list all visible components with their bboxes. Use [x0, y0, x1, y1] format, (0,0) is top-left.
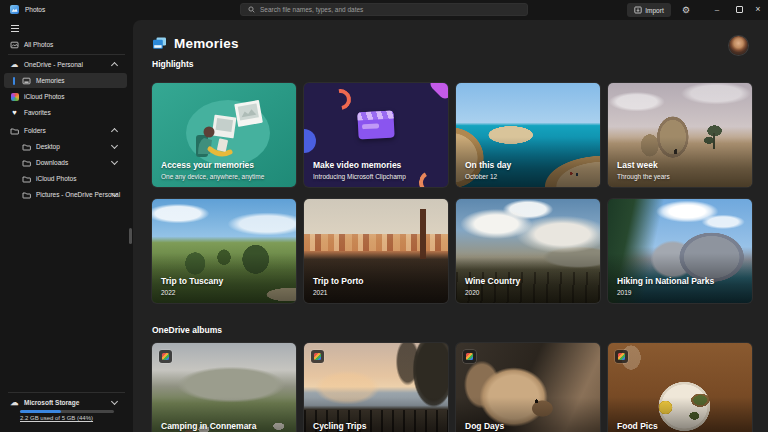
sidebar-item-label: iCloud Photos	[24, 93, 64, 100]
sidebar-item-label: iCloud Photos	[36, 175, 76, 182]
chevron-down-icon	[111, 158, 118, 165]
sidebar-item-onedrive-personal[interactable]: ☁ OneDrive - Personal	[4, 57, 127, 72]
chevron-down-icon	[111, 398, 118, 405]
sidebar-item-desktop[interactable]: Desktop	[4, 139, 127, 154]
card-shade	[456, 83, 600, 187]
page-title: Memories	[174, 36, 239, 51]
maximize-icon	[736, 6, 743, 13]
album-title: Camping in Connemara	[161, 421, 256, 431]
card-wine-country[interactable]: Wine Country 2020	[456, 199, 600, 303]
sidebar-item-pictures-onedrive[interactable]: Pictures - OneDrive Personal	[4, 187, 127, 202]
card-subtitle: October 12	[465, 173, 497, 180]
storage-usage-link[interactable]: 2.2 GB used of 5 GB (44%)	[20, 415, 93, 421]
albums-row: Camping in Connemara Cycling Trips Dog D…	[152, 343, 752, 432]
settings-gear-icon[interactable]: ⚙	[679, 2, 693, 18]
album-card-cycling-trips[interactable]: Cycling Trips	[304, 343, 448, 432]
album-title: Dog Days	[465, 421, 504, 431]
album-card-food-pics[interactable]: Food Pics	[608, 343, 752, 432]
card-shade	[456, 199, 600, 303]
card-on-this-day[interactable]: On this day October 12	[456, 83, 600, 187]
heart-icon: ♥	[9, 109, 20, 117]
memories-page-icon	[152, 37, 167, 50]
sidebar-item-icloud-photos-folder[interactable]: iCloud Photos	[4, 171, 127, 186]
sidebar-scrollbar[interactable]	[129, 228, 132, 244]
sidebar-item-folders[interactable]: Folders	[4, 123, 127, 138]
folder-icon	[9, 127, 20, 135]
sidebar-item-label: OneDrive - Personal	[24, 61, 83, 68]
close-button[interactable]: ×	[750, 0, 766, 18]
card-access-memories[interactable]: Access your memories One any device, any…	[152, 83, 296, 187]
album-card-dog-days[interactable]: Dog Days	[456, 343, 600, 432]
album-card-camping-in-connemara[interactable]: Camping in Connemara	[152, 343, 296, 432]
search-input[interactable]: Search file names, types, and dates	[240, 3, 528, 16]
import-button[interactable]: Import	[627, 3, 671, 17]
card-subtitle: Through the years	[617, 173, 670, 180]
highlights-heading: Highlights	[152, 59, 194, 69]
decorative-arc	[416, 168, 444, 187]
import-label: Import	[645, 7, 663, 14]
storage-progress-fill	[20, 410, 61, 413]
sidebar-item-label: Favorites	[24, 109, 51, 116]
cloud-icon: ☁	[9, 399, 20, 407]
decorative-circle	[304, 129, 316, 153]
access-memories-illustration	[152, 83, 296, 187]
account-avatar[interactable]	[729, 36, 748, 55]
highlights-row-1: Access your memories One any device, any…	[152, 83, 752, 187]
onedrive-albums-heading: OneDrive albums	[152, 325, 222, 335]
maximize-button[interactable]	[731, 0, 747, 18]
highlights-row-2: Trip to Tuscany 2022 Trip to Porto 2021 …	[152, 199, 752, 303]
microsoft-storage-item[interactable]: ☁ Microsoft Storage	[4, 395, 127, 410]
card-title: Access your memories	[161, 160, 254, 170]
card-shade	[608, 83, 752, 187]
sidebar-item-all-photos[interactable]: All Photos	[4, 37, 127, 52]
card-shade	[456, 343, 600, 432]
card-title: Hiking in National Parks	[617, 276, 714, 286]
sidebar-item-icloud-photos[interactable]: iCloud Photos	[4, 89, 127, 104]
card-trip-to-porto[interactable]: Trip to Porto 2021	[304, 199, 448, 303]
sidebar-item-downloads[interactable]: Downloads	[4, 155, 127, 170]
card-title: Trip to Porto	[313, 276, 364, 286]
folder-icon	[21, 159, 32, 167]
sidebar-item-label: Folders	[24, 127, 46, 134]
card-subtitle: 2020	[465, 289, 479, 296]
search-icon	[248, 6, 255, 13]
cloud-icon: ☁	[9, 61, 20, 69]
app-title: Photos	[25, 6, 45, 13]
chevron-up-icon	[111, 62, 118, 69]
import-icon	[634, 6, 642, 14]
card-shade	[152, 199, 296, 303]
decorative-diamond	[428, 83, 448, 101]
album-title: Cycling Trips	[313, 421, 366, 431]
photos-app-icon	[10, 5, 19, 14]
hamburger-icon	[9, 28, 20, 29]
card-shade	[608, 343, 752, 432]
sidebar-item-memories[interactable]: Memories	[4, 73, 127, 88]
card-subtitle: One any device, anywhere, anytime	[161, 173, 264, 180]
card-title: Make video memories	[313, 160, 401, 170]
folder-icon	[21, 191, 32, 199]
sidebar-divider	[8, 392, 125, 393]
photo-stack-icon	[9, 41, 20, 49]
card-last-week[interactable]: Last week Through the years	[608, 83, 752, 187]
card-subtitle: 2019	[617, 289, 631, 296]
card-shade	[608, 199, 752, 303]
sidebar-item-label: Downloads	[36, 159, 68, 166]
minimize-button[interactable]: –	[709, 0, 725, 18]
card-make-video-memories[interactable]: Make video memories Introducing Microsof…	[304, 83, 448, 187]
card-hiking-national-parks[interactable]: Hiking in National Parks 2019	[608, 199, 752, 303]
sidebar: All Photos ☁ OneDrive - Personal Memorie…	[0, 20, 133, 432]
sidebar-item-favorites[interactable]: ♥ Favorites	[4, 105, 127, 120]
card-shade	[304, 343, 448, 432]
content-area: Memories Highlights	[133, 20, 768, 432]
nav-menu-button[interactable]	[4, 21, 127, 36]
card-subtitle: 2021	[313, 289, 327, 296]
sidebar-item-label: Desktop	[36, 143, 60, 150]
storage-label: Microsoft Storage	[24, 399, 79, 406]
card-trip-to-tuscany[interactable]: Trip to Tuscany 2022	[152, 199, 296, 303]
card-title: Wine Country	[465, 276, 520, 286]
chevron-up-icon	[111, 128, 118, 135]
clipchamp-clapperboard-icon	[357, 110, 394, 139]
titlebar: Photos Search file names, types, and dat…	[0, 0, 768, 20]
card-subtitle: Introducing Microsoft Clipchamp	[313, 173, 406, 180]
card-title: On this day	[465, 160, 511, 170]
